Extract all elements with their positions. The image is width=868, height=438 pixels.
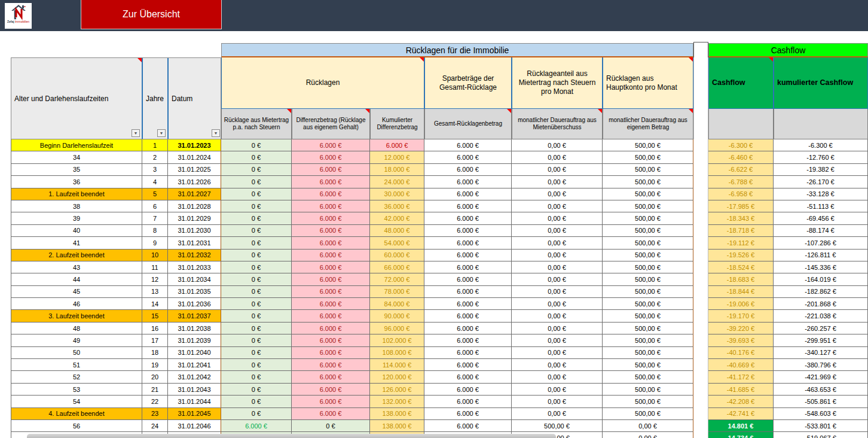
cell-ruecklage-mietertrag[interactable]: 0 € <box>221 164 292 176</box>
cell-gesamt-ruecklagenbetrag[interactable]: 6.000 € <box>424 396 512 407</box>
cell-kumulierter-differenzbetrag[interactable]: 60.000 € <box>370 250 424 261</box>
cell-dauerauftrag-mietenueberschuss[interactable]: 0,00 € <box>512 188 603 200</box>
cell-kumulierter-differenzbetrag[interactable]: 138.000 € <box>370 420 424 432</box>
cell-differenzbetrag[interactable]: 6.000 € <box>292 261 370 273</box>
banner-ruecklagen[interactable]: Rücklagen für die Immobilie <box>221 43 693 57</box>
cell-kumulierter-cashflow[interactable]: -519.067 € <box>774 432 868 438</box>
cell-cashflow[interactable]: -6.958 € <box>708 188 774 200</box>
cell-alter[interactable]: 56 <box>11 420 142 432</box>
cell-gesamt-ruecklagenbetrag[interactable]: 6.000 € <box>424 334 512 346</box>
cell-ruecklage-mietertrag[interactable]: 0 € <box>221 176 292 188</box>
cell-differenzbetrag[interactable]: 6.000 € <box>292 250 370 261</box>
cell-dauerauftrag-eigener-betrag[interactable]: 500,00 € <box>603 371 693 383</box>
cell-differenzbetrag[interactable]: 6.000 € <box>292 139 370 151</box>
cell-kumulierter-differenzbetrag[interactable]: 54.000 € <box>370 237 424 249</box>
group-header-ruecklageanteil[interactable]: Rücklageanteil aus Mietertrag nach Steue… <box>512 57 603 109</box>
cell-kumulierter-differenzbetrag[interactable]: 108.000 € <box>370 347 424 359</box>
cell-kumulierter-cashflow[interactable]: -26.170 € <box>774 176 868 188</box>
cell-differenzbetrag[interactable]: 6.000 € <box>292 347 370 359</box>
cell-jahr[interactable]: 10 <box>142 250 168 261</box>
cell-datum[interactable]: 31.01.2037 <box>168 310 221 322</box>
cell-kumulierter-differenzbetrag[interactable]: 6.000 € <box>370 139 424 151</box>
cell-dauerauftrag-mietenueberschuss[interactable]: 0,00 € <box>512 151 603 163</box>
cell-dauerauftrag-eigener-betrag[interactable]: 500,00 € <box>603 334 693 346</box>
cell-differenzbetrag[interactable]: 6.000 € <box>292 200 370 212</box>
cell-cashflow[interactable]: -39.693 € <box>708 334 774 346</box>
header-jahre[interactable]: Jahre ▼ <box>143 58 169 139</box>
cell-kumulierter-differenzbetrag[interactable]: 78.000 € <box>370 286 424 298</box>
cell-alter[interactable]: 53 <box>11 384 142 396</box>
cell-differenzbetrag[interactable]: 6.000 € <box>292 310 370 322</box>
cell-datum[interactable]: 31.01.2028 <box>168 200 221 212</box>
cell-ruecklage-mietertrag[interactable]: 0 € <box>221 225 292 237</box>
cell-alter[interactable]: 34 <box>11 151 142 163</box>
cell-kumulierter-cashflow[interactable]: -69.456 € <box>774 212 868 224</box>
cell-cashflow[interactable]: -19.112 € <box>708 237 774 249</box>
cell-jahr[interactable]: 2 <box>142 151 168 163</box>
cell-kumulierter-cashflow[interactable]: -19.382 € <box>774 164 868 176</box>
cell-differenzbetrag[interactable]: 6.000 € <box>292 286 370 298</box>
cell-gesamt-ruecklagenbetrag[interactable]: 6.000 € <box>424 250 512 261</box>
subheader-gesamt-ruecklagenbetrag[interactable]: Gesamt-Rücklagenbetrag <box>424 109 512 139</box>
cell-gesamt-ruecklagenbetrag[interactable]: 6.000 € <box>424 139 512 151</box>
cell-alter[interactable]: 43 <box>11 261 142 273</box>
cell-alter[interactable]: 2. Laufzeit beendet <box>11 250 142 261</box>
subheader-ruecklage-mietertrag[interactable]: Rücklage aus Mietertrag p.a. nach Steuer… <box>221 109 292 139</box>
cell-differenzbetrag[interactable]: 6.000 € <box>292 164 370 176</box>
cell-dauerauftrag-eigener-betrag[interactable]: 500,00 € <box>603 261 693 273</box>
cell-datum[interactable]: 31.01.2036 <box>168 298 221 310</box>
cell-kumulierter-cashflow[interactable]: -201.868 € <box>774 298 868 310</box>
cell-datum[interactable]: 31.01.2044 <box>168 396 221 407</box>
cell-kumulierter-cashflow[interactable]: -12.760 € <box>774 151 868 163</box>
cell-cashflow[interactable]: -41.172 € <box>708 371 774 383</box>
cell-differenzbetrag[interactable]: 6.000 € <box>292 273 370 285</box>
cell-alter[interactable]: 52 <box>11 371 142 383</box>
cell-datum[interactable]: 31.01.2035 <box>168 286 221 298</box>
cell-datum[interactable]: 31.01.2033 <box>168 261 221 273</box>
cell-jahr[interactable]: 14 <box>142 298 168 310</box>
cell-kumulierter-cashflow[interactable]: -380.796 € <box>774 359 868 371</box>
cell-gesamt-ruecklagenbetrag[interactable]: 6.000 € <box>424 200 512 212</box>
cell-datum[interactable]: 31.01.2046 <box>168 420 221 432</box>
cell-ruecklage-mietertrag[interactable]: 0 € <box>221 151 292 163</box>
cell-dauerauftrag-eigener-betrag[interactable]: 500,00 € <box>603 164 693 176</box>
cell-kumulierter-differenzbetrag[interactable]: 30.000 € <box>370 188 424 200</box>
cell-kumulierter-differenzbetrag[interactable]: 24.000 € <box>370 176 424 188</box>
cell-jahr[interactable]: 4 <box>142 176 168 188</box>
subheader-dauerauftrag-mietenueberschuss[interactable]: monatlicher Dauerauftrag aus Mietenübers… <box>512 109 603 139</box>
cell-dauerauftrag-mietenueberschuss[interactable]: 0,00 € <box>512 371 603 383</box>
cell-datum[interactable]: 31.01.2041 <box>168 359 221 371</box>
group-header-cashflow[interactable]: Cashflow <box>708 57 774 109</box>
cell-kumulierter-cashflow[interactable]: -421.969 € <box>774 371 868 383</box>
cell-jahr[interactable]: 15 <box>142 310 168 322</box>
cell-gesamt-ruecklagenbetrag[interactable]: 6.000 € <box>424 298 512 310</box>
cell-datum[interactable]: 31.01.2043 <box>168 384 221 396</box>
cell-cashflow[interactable]: -6.788 € <box>708 176 774 188</box>
banner-cashflow[interactable]: Cashflow <box>708 43 868 57</box>
cell-ruecklage-mietertrag[interactable]: 0 € <box>221 250 292 261</box>
cell-datum[interactable]: 31.01.2042 <box>168 371 221 383</box>
cell-jahr[interactable]: 7 <box>142 212 168 224</box>
cell-gesamt-ruecklagenbetrag[interactable]: 6.000 € <box>424 384 512 396</box>
group-header-hauptkonto[interactable]: Rücklagen aus Hauptkonto pro Monat <box>603 57 693 109</box>
cell-kumulierter-differenzbetrag[interactable]: 114.000 € <box>370 359 424 371</box>
cell-dauerauftrag-mietenueberschuss[interactable]: 0,00 € <box>512 164 603 176</box>
cell-alter[interactable]: 46 <box>11 298 142 310</box>
cell-kumulierter-cashflow[interactable]: -164.019 € <box>774 273 868 285</box>
cell-jahr[interactable]: 20 <box>142 371 168 383</box>
cell-alter[interactable]: Beginn Darlehenslaufzeit <box>11 139 142 151</box>
cell-cashflow[interactable]: -39.220 € <box>708 323 774 334</box>
cell-dauerauftrag-mietenueberschuss[interactable]: 0,00 € <box>512 408 603 420</box>
cell-cashflow[interactable]: -41.685 € <box>708 384 774 396</box>
cell-jahr[interactable]: 24 <box>142 420 168 432</box>
cell-ruecklage-mietertrag[interactable]: 6.000 € <box>221 420 292 432</box>
cell-dauerauftrag-mietenueberschuss[interactable]: 0,00 € <box>512 347 603 359</box>
cell-gesamt-ruecklagenbetrag[interactable]: 6.000 € <box>424 347 512 359</box>
cell-datum[interactable]: 31.01.2030 <box>168 225 221 237</box>
cell-cashflow[interactable]: -6.460 € <box>708 151 774 163</box>
cell-jahr[interactable]: 5 <box>142 188 168 200</box>
cell-kumulierter-differenzbetrag[interactable]: 48.000 € <box>370 225 424 237</box>
cell-gesamt-ruecklagenbetrag[interactable]: 6.000 € <box>424 359 512 371</box>
cell-jahr[interactable]: 18 <box>142 347 168 359</box>
cell-dauerauftrag-mietenueberschuss[interactable]: 0,00 € <box>512 334 603 346</box>
